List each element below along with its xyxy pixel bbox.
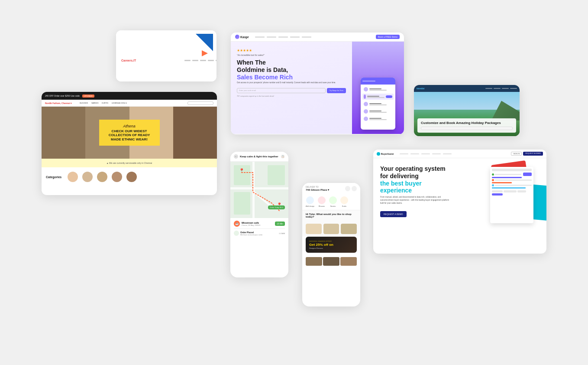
buyer-tag-4 bbox=[492, 193, 503, 196]
buyer-nav-link-5[interactable] bbox=[443, 153, 452, 154]
shop-cat-sarees[interactable]: Sarees bbox=[329, 196, 337, 207]
ethnic-nav-lehenga[interactable]: LEHENGA CHOLI ▾ bbox=[112, 102, 127, 104]
holiday-nav-link-2[interactable] bbox=[494, 88, 501, 89]
ethnic-cat-2[interactable] bbox=[82, 172, 93, 182]
shop-promo-banner[interactable]: WEDDING SEASON OFFER Get 25% off on Desi… bbox=[306, 237, 357, 253]
holiday-nav-link-4[interactable] bbox=[510, 88, 517, 89]
holiday-search[interactable] bbox=[421, 127, 513, 130]
map-cafe-row: ☕ Mixstreet cafe 2 items, 18 May, 293531… bbox=[234, 221, 285, 227]
map-cafe-name: Mixstreet cafe bbox=[242, 222, 261, 224]
kaspr-nav: Kaspr Book a FREE Demo bbox=[231, 33, 404, 42]
shop-item-1[interactable] bbox=[306, 224, 322, 234]
shop-thumb-1[interactable] bbox=[306, 257, 322, 266]
shop-cart-icon[interactable] bbox=[352, 186, 357, 191]
ethnic-cat-4[interactable] bbox=[112, 172, 122, 182]
buyer-cta-btn[interactable]: REQUEST A DEMO bbox=[380, 211, 407, 217]
ethnic-search-bar[interactable] bbox=[187, 101, 213, 105]
kaspr-row-name-2 bbox=[367, 96, 379, 97]
map-cafe-address: 2 items, 18 May, 293531 bbox=[242, 224, 261, 226]
shop-cat-icon-kurtis bbox=[340, 196, 348, 204]
ethnic-location-bar: ▲ We are currently serviceable only in C… bbox=[42, 159, 217, 167]
buyer-tag-3 bbox=[517, 190, 526, 192]
buyer-nav-link-2[interactable] bbox=[410, 153, 419, 154]
map-icon-1[interactable]: 📋 bbox=[281, 154, 285, 159]
ethnic-nav-blouses[interactable]: BLOUSES bbox=[80, 102, 88, 104]
kaspr-nav-link-3[interactable] bbox=[278, 36, 288, 38]
shop-item-3[interactable] bbox=[341, 224, 357, 234]
kaspr-hl-2: Goldmine is Data, bbox=[237, 66, 288, 73]
map-order-badge: Order Today $5.5 bbox=[268, 205, 285, 209]
ethnic-cat-icon-3 bbox=[97, 172, 107, 182]
buyer-progress-2 bbox=[492, 182, 512, 183]
shop-thumb-2[interactable] bbox=[323, 257, 339, 266]
nav-link-5 bbox=[216, 60, 216, 61]
shop-cat-icon-blouses bbox=[318, 196, 326, 204]
map-footer: ☕ Mixstreet cafe 2 items, 18 May, 293531… bbox=[230, 218, 288, 238]
ethnic-cat-1[interactable] bbox=[68, 172, 78, 182]
holiday-nav-link-1[interactable] bbox=[485, 88, 492, 89]
shop-cat-icon-sarees bbox=[329, 196, 337, 204]
shop-thumb-3[interactable] bbox=[340, 257, 357, 266]
ethnic-upgrade-btn[interactable]: UPGRADE bbox=[82, 95, 94, 98]
ethnic-categories-label: Categories bbox=[46, 176, 61, 179]
nav-link-1 bbox=[184, 60, 191, 61]
holiday-nav-link-3[interactable] bbox=[502, 88, 509, 89]
buyer-screen-header bbox=[492, 169, 532, 171]
kaspr-nav-link-5[interactable] bbox=[302, 36, 311, 38]
kaspr-row-name-4 bbox=[369, 111, 381, 111]
buyer-demo-btn[interactable]: REQUEST A DEMO bbox=[523, 152, 543, 156]
kaspr-email-input[interactable]: Enter your work email bbox=[237, 88, 326, 93]
kaspr-row-email-2 bbox=[367, 97, 384, 98]
ethnic-main-nav: Nordik Fathom, Chennai ▾ BLOUSES SAREES … bbox=[42, 100, 217, 107]
kaspr-nav-link-1[interactable] bbox=[255, 36, 265, 38]
ethnic-cat-3[interactable] bbox=[97, 172, 107, 182]
shop-cat-kurtis[interactable]: Kurtis bbox=[340, 196, 348, 207]
buyer-logo-text: BuyerAssist bbox=[381, 153, 394, 155]
kaspr-logo-text: Kaspr bbox=[240, 36, 249, 39]
leapfrog-card: Careers.IT Connect to Hire → Leapfrog to… bbox=[116, 30, 216, 81]
shop-item-2[interactable] bbox=[323, 224, 339, 234]
holiday-card: travolat Customize and Book Amazing Holi… bbox=[414, 85, 520, 136]
kaspr-try-btn[interactable]: Try Kaspr for Free bbox=[327, 88, 346, 93]
shop-location-info: DELIVER TO 746 Gibson Place ▾ bbox=[306, 186, 329, 191]
ethnic-nav-items: BLOUSES SAREES KURTIS LEHENGA CHOLI ▾ bbox=[80, 102, 127, 104]
buyer-nav-link-4[interactable] bbox=[432, 153, 441, 154]
ethnic-cat-5[interactable] bbox=[126, 172, 137, 182]
shop-bell-icon[interactable] bbox=[345, 186, 350, 191]
buyer-tags bbox=[492, 190, 532, 196]
buyer-nav-link-1[interactable] bbox=[400, 153, 408, 154]
kaspr-card: Kaspr Book a FREE Demo ★★★★★ "An incredi… bbox=[231, 33, 404, 134]
buyer-bar-2 bbox=[495, 179, 532, 181]
kaspr-nav-link-4[interactable] bbox=[290, 36, 300, 38]
ethnic-nav-sarees[interactable]: SAREES bbox=[91, 102, 98, 104]
kaspr-avatar-3 bbox=[364, 102, 368, 106]
buyer-logo: BuyerAssist bbox=[377, 152, 394, 156]
buyer-logo-icon bbox=[377, 152, 380, 156]
ethnic-cat-icon-5 bbox=[126, 172, 137, 182]
map-order-section: Order Placed We have received your order… bbox=[234, 228, 285, 236]
kaspr-nav-link-2[interactable] bbox=[267, 36, 276, 38]
map-back-btn[interactable]: ← bbox=[234, 154, 238, 159]
ethnic-categories-strip: Categories bbox=[42, 167, 217, 186]
buyer-card: BuyerAssist SIGN IN REQUEST A DEMO Your … bbox=[373, 150, 546, 254]
leapfrog-nav-links bbox=[184, 60, 216, 61]
kaspr-row-text-1 bbox=[369, 88, 392, 91]
kaspr-row-name-5 bbox=[369, 118, 381, 119]
ethnic-script: Athena bbox=[105, 124, 154, 128]
shop-cat-blouses[interactable]: Blouses bbox=[318, 196, 326, 207]
kaspr-avatar-4 bbox=[364, 109, 368, 114]
buyer-left-panel: Your operating system for delivering the… bbox=[373, 158, 460, 254]
shop-cat-add-design[interactable]: Add design bbox=[306, 196, 314, 207]
ethnic-logo: Nordik Fathom, Chennai ▾ bbox=[45, 102, 72, 104]
ethnic-promo-box: Athena Check Our Widest Collection Of Re… bbox=[99, 120, 160, 146]
buyer-body: Your operating system for delivering the… bbox=[373, 158, 546, 254]
kaspr-contact-row-3 bbox=[362, 101, 394, 107]
kaspr-row-text-3 bbox=[369, 103, 392, 105]
kaspr-hl-3: Sales Become Rich bbox=[237, 74, 293, 81]
buyer-sign-in-btn[interactable]: SIGN IN bbox=[511, 152, 522, 156]
buyer-bar-3 bbox=[495, 185, 532, 186]
buyer-nav-link-3[interactable] bbox=[421, 153, 430, 154]
kaspr-demo-btn[interactable]: Book a FREE Demo bbox=[376, 35, 400, 39]
buyer-nav-links bbox=[400, 153, 452, 154]
ethnic-nav-kurtis[interactable]: KURTIS bbox=[102, 102, 108, 104]
